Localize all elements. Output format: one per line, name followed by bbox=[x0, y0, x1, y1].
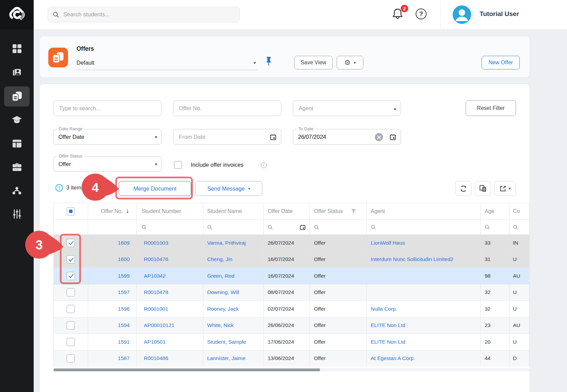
filter-cell-student-number[interactable] bbox=[137, 220, 203, 234]
row-checkbox[interactable] bbox=[67, 321, 75, 329]
agent-field[interactable]: ▸ bbox=[293, 100, 401, 116]
row-checkbox[interactable] bbox=[67, 288, 75, 296]
horizontal-scrollbar-thumb[interactable] bbox=[53, 369, 320, 371]
cell-agent[interactable]: LionWolf Haus bbox=[367, 235, 481, 251]
quick-search-input[interactable] bbox=[59, 105, 156, 112]
select-all-checkbox-cell[interactable] bbox=[54, 203, 88, 219]
header-student-number[interactable]: Student Number bbox=[137, 203, 203, 219]
cell-student-number[interactable]: R0010476 bbox=[137, 251, 203, 268]
sidebar-item-services[interactable] bbox=[0, 157, 34, 177]
cell-offer-no[interactable]: 1597 bbox=[88, 284, 137, 301]
sidebar-item-courses[interactable] bbox=[0, 110, 34, 130]
cell-student-number[interactable]: R0010486 bbox=[137, 350, 203, 367]
merge-document-button[interactable]: Merge Document bbox=[119, 181, 191, 196]
filter-cell-offer-status[interactable] bbox=[310, 220, 367, 234]
avatar[interactable] bbox=[453, 5, 471, 24]
cell-student-name[interactable]: Green, Red bbox=[203, 268, 264, 284]
cell-student-name[interactable]: Cheng, Jin bbox=[203, 251, 264, 268]
column-chooser-button[interactable] bbox=[475, 181, 491, 196]
calendar-icon[interactable] bbox=[300, 225, 305, 230]
cell-offer-no[interactable]: 1609 bbox=[88, 235, 137, 251]
cell-student-name[interactable]: Rooney, Jack bbox=[203, 301, 264, 317]
filter-cell-offer-no[interactable] bbox=[88, 220, 137, 234]
sidebar-item-offers[interactable] bbox=[0, 86, 34, 107]
table-row[interactable]: 1597R0010478Downing, Will08/07/2024Offer… bbox=[54, 284, 530, 301]
sidebar-item-dashboard[interactable] bbox=[0, 38, 34, 59]
user-name[interactable]: Tutorial User bbox=[480, 10, 519, 18]
cell-student-name[interactable]: Student, Sample bbox=[203, 334, 264, 350]
row-checkbox[interactable] bbox=[67, 272, 75, 280]
cell-agent[interactable]: Nulla Corp. bbox=[367, 301, 481, 317]
filter-funnel-icon[interactable] bbox=[351, 209, 356, 214]
table-row[interactable]: 1599AP10342Green, Red16/07/2024Offer98AU bbox=[54, 267, 530, 284]
pin-view-button[interactable] bbox=[265, 57, 272, 67]
row-checkbox-cell[interactable] bbox=[54, 317, 88, 334]
table-row[interactable]: 1609R0001003Varma, Prithviraj26/07/2024O… bbox=[54, 234, 530, 251]
from-date-input[interactable] bbox=[178, 133, 276, 141]
row-checkbox-cell[interactable] bbox=[54, 301, 88, 317]
cell-student-number[interactable]: R0010478 bbox=[137, 284, 203, 301]
cell-offer-no[interactable]: 1591 bbox=[88, 334, 137, 350]
row-checkbox[interactable] bbox=[67, 338, 75, 346]
header-offer-no[interactable]: Offer No.↓ bbox=[88, 203, 137, 219]
select-all-checkbox[interactable] bbox=[67, 207, 75, 215]
filter-cell-student-name[interactable] bbox=[203, 220, 264, 234]
table-row[interactable]: 1600R0010476Cheng, Jin16/07/2024OfferInt… bbox=[54, 251, 530, 268]
offer-status-select[interactable]: Offer Status Offer ▾ bbox=[53, 156, 162, 172]
sidebar-item-students[interactable] bbox=[0, 62, 34, 83]
row-checkbox-cell[interactable] bbox=[54, 350, 88, 367]
cell-student-name[interactable]: Lannister, Jaime bbox=[203, 350, 264, 367]
table-row[interactable]: 1594AP00010121White, Nick26/06/2024Offer… bbox=[54, 317, 530, 334]
send-message-button[interactable]: Send Message ▾ bbox=[195, 181, 262, 196]
row-checkbox-cell[interactable] bbox=[54, 334, 88, 350]
row-checkbox[interactable] bbox=[67, 305, 75, 313]
save-view-button[interactable]: Save View bbox=[294, 56, 333, 69]
clear-date-button[interactable] bbox=[375, 133, 383, 141]
notifications-button[interactable]: 2 bbox=[392, 7, 407, 22]
filter-cell-offer-date[interactable] bbox=[264, 220, 310, 234]
from-date-field[interactable] bbox=[173, 129, 281, 145]
header-age[interactable]: Age bbox=[481, 203, 510, 219]
filter-cell-age[interactable] bbox=[481, 220, 510, 234]
cell-agent[interactable]: Interdum Nunc Sollicitudin Limited2 bbox=[367, 251, 481, 268]
row-checkbox-cell[interactable] bbox=[54, 268, 88, 284]
header-country[interactable]: Co bbox=[510, 203, 530, 219]
table-row[interactable]: 1591AP10501Student, Sample17/06/2024Offe… bbox=[54, 333, 530, 350]
cell-offer-no[interactable]: 1587 bbox=[88, 350, 137, 367]
calendar-icon[interactable] bbox=[390, 134, 396, 140]
refresh-button[interactable] bbox=[455, 181, 471, 196]
cell-offer-no[interactable]: 1596 bbox=[88, 301, 137, 317]
cell-student-name[interactable]: White, Nick bbox=[203, 317, 264, 334]
cell-student-name[interactable]: Varma, Prithviraj bbox=[203, 235, 264, 251]
cell-student-number[interactable]: AP10342 bbox=[137, 268, 203, 284]
row-checkbox-cell[interactable] bbox=[54, 251, 88, 268]
row-checkbox[interactable] bbox=[67, 354, 75, 362]
export-button[interactable]: ▾ bbox=[494, 181, 516, 196]
cell-agent[interactable]: ELITE Non Ltd bbox=[367, 317, 481, 334]
cell-student-name[interactable]: Downing, Will bbox=[203, 284, 264, 301]
filter-cell-agent[interactable] bbox=[367, 220, 481, 234]
header-offer-date[interactable]: Offer Date bbox=[264, 203, 310, 219]
app-logo[interactable] bbox=[0, 0, 34, 29]
cell-agent[interactable]: ELITE Non Ltd bbox=[367, 334, 481, 350]
header-student-name[interactable]: Student Name bbox=[203, 203, 264, 219]
new-offer-button[interactable]: New Offer bbox=[482, 56, 520, 69]
sidebar-item-boards[interactable] bbox=[0, 133, 34, 154]
help-button[interactable]: ? bbox=[416, 9, 427, 19]
table-row[interactable]: 1587R0010486Lannister, Jaime13/06/2024Of… bbox=[54, 350, 530, 367]
header-offer-status[interactable]: Offer Status bbox=[310, 203, 367, 219]
sidebar-item-agents[interactable] bbox=[0, 180, 34, 201]
cell-offer-no[interactable]: 1599 bbox=[88, 268, 137, 284]
row-checkbox[interactable] bbox=[67, 255, 75, 263]
include-invoices-checkbox[interactable] bbox=[174, 161, 182, 169]
to-date-field[interactable]: To Date 26/07/2024 bbox=[293, 129, 401, 145]
cell-student-number[interactable]: R0001001 bbox=[137, 301, 203, 317]
calendar-icon[interactable] bbox=[270, 134, 276, 140]
row-checkbox-cell[interactable] bbox=[54, 235, 88, 251]
row-checkbox[interactable] bbox=[67, 239, 75, 247]
filter-cell-country[interactable] bbox=[510, 220, 530, 234]
cell-student-number[interactable]: AP10501 bbox=[137, 334, 203, 350]
header-agent[interactable]: Agent bbox=[367, 203, 481, 219]
table-row[interactable]: 1596R0001001Rooney, Jack02/07/2024OfferN… bbox=[54, 300, 530, 317]
cell-offer-no[interactable]: 1594 bbox=[88, 317, 137, 334]
